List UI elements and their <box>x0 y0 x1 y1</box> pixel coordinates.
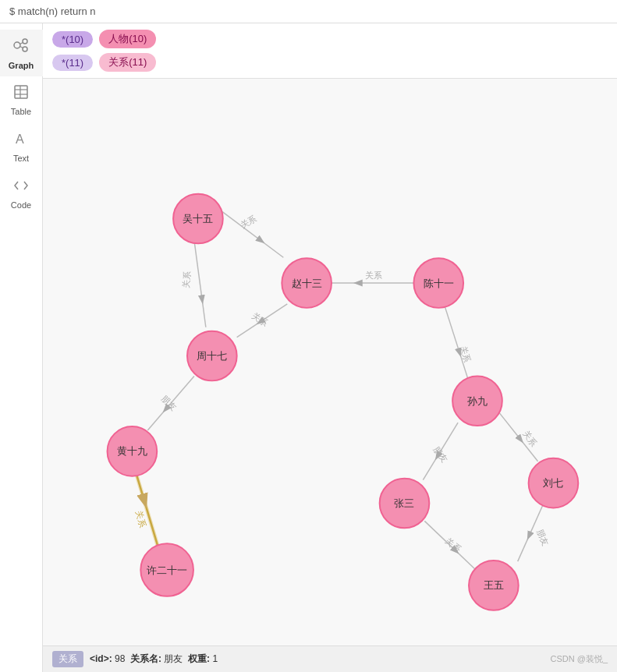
svg-text:周十七: 周十七 <box>197 350 227 362</box>
edge-label: 关系 <box>365 271 382 280</box>
svg-text:陈十一: 陈十一 <box>424 278 454 289</box>
sidebar-item-table[interactable]: Table <box>0 76 43 123</box>
badge-all-edges[interactable]: *(11) <box>52 55 93 71</box>
app-container: $ match(n) return n Graph <box>0 0 617 672</box>
sidebar-item-code[interactable]: Code <box>0 170 43 217</box>
status-type-badge: 关系 <box>52 651 83 667</box>
edge-label: 关系 <box>181 271 192 288</box>
svg-point-2 <box>23 47 27 51</box>
main-area: Graph Table A <box>0 23 617 672</box>
svg-line-3 <box>20 42 23 44</box>
edge-label: 关系 <box>250 310 269 327</box>
sidebar-graph-label: Graph <box>9 61 34 70</box>
svg-text:黄十九: 黄十九 <box>117 445 147 457</box>
svg-text:吴十五: 吴十五 <box>183 213 213 225</box>
sidebar-item-graph[interactable]: Graph <box>0 30 43 76</box>
sidebar-code-label: Code <box>11 200 31 210</box>
svg-text:刘七: 刘七 <box>543 477 563 489</box>
node-liuqi[interactable]: 刘七 <box>529 458 579 508</box>
node-zhaoshipan[interactable]: 赵十三 <box>282 258 332 308</box>
edge-label: 关系 <box>521 429 539 448</box>
badge-person[interactable]: 人物(10) <box>99 30 156 48</box>
node-huangshibu[interactable]: 黄十九 <box>108 426 158 476</box>
status-credit: CSDN @装悦_ <box>550 653 608 665</box>
svg-text:许二十一: 许二十一 <box>147 564 187 576</box>
top-bar: $ match(n) return n <box>0 0 617 23</box>
edge-huang-xu <box>136 473 158 546</box>
node-zhoushibu[interactable]: 周十七 <box>187 331 237 381</box>
status-info: <id>: 98 关系名: 朋友 权重: 1 <box>90 653 218 666</box>
graph-svg: 关系 关系 关系 关系 关系 朋友 <box>43 79 617 645</box>
svg-point-0 <box>14 42 20 48</box>
edge-label: 朋友 <box>535 528 551 547</box>
svg-text:孙九: 孙九 <box>467 395 488 407</box>
svg-line-4 <box>20 46 23 48</box>
node-wangwu[interactable]: 王五 <box>469 561 519 610</box>
legend-bar: *(10) 人物(10) *(11) 关系(11) <box>43 23 617 79</box>
edge-chen-sun <box>445 306 468 379</box>
status-bar: 关系 <id>: 98 关系名: 朋友 权重: 1 CSDN @装悦_ <box>43 645 617 672</box>
code-icon <box>13 178 29 197</box>
sidebar-item-text[interactable]: A Text <box>0 123 43 170</box>
svg-text:张三: 张三 <box>394 497 414 509</box>
text-icon: A <box>13 131 29 150</box>
node-wushiwu[interactable]: 吴十五 <box>173 194 223 244</box>
edge-label: 关系 <box>239 214 258 230</box>
svg-point-1 <box>23 39 27 44</box>
svg-rect-5 <box>15 86 27 98</box>
legend-row-1: *(10) 人物(10) <box>52 30 608 48</box>
badge-relation[interactable]: 关系(11) <box>99 53 156 72</box>
svg-text:王五: 王五 <box>484 579 504 591</box>
legend-row-2: *(11) 关系(11) <box>52 53 608 72</box>
graph-canvas[interactable]: 关系 关系 关系 关系 关系 朋友 <box>43 79 617 645</box>
edge-label: 关系 <box>444 536 463 554</box>
svg-text:赵十三: 赵十三 <box>292 278 322 289</box>
command-text: $ match(n) return n <box>9 5 96 17</box>
node-zhangsan[interactable]: 张三 <box>380 479 430 529</box>
status-left: 关系 <id>: 98 关系名: 朋友 权重: 1 <box>52 651 218 667</box>
edge-label: 关系 <box>459 345 472 363</box>
sidebar-table-label: Table <box>11 107 31 116</box>
graph-icon <box>12 37 30 58</box>
node-sunjiu[interactable]: 孙九 <box>452 376 502 426</box>
edge-wushiwu-zhoushibu <box>194 240 206 327</box>
edge-label: 朋友 <box>160 394 179 412</box>
badge-all-nodes[interactable]: *(10) <box>52 31 93 48</box>
node-chenshipan[interactable]: 陈十一 <box>413 258 463 308</box>
table-icon <box>13 84 29 104</box>
sidebar: Graph Table A <box>0 23 43 672</box>
content-area: *(10) 人物(10) *(11) 关系(11) <box>43 23 617 672</box>
sidebar-text-label: Text <box>13 154 29 163</box>
svg-text:A: A <box>16 133 24 146</box>
node-xuershiyi[interactable]: 许二十一 <box>140 543 193 596</box>
